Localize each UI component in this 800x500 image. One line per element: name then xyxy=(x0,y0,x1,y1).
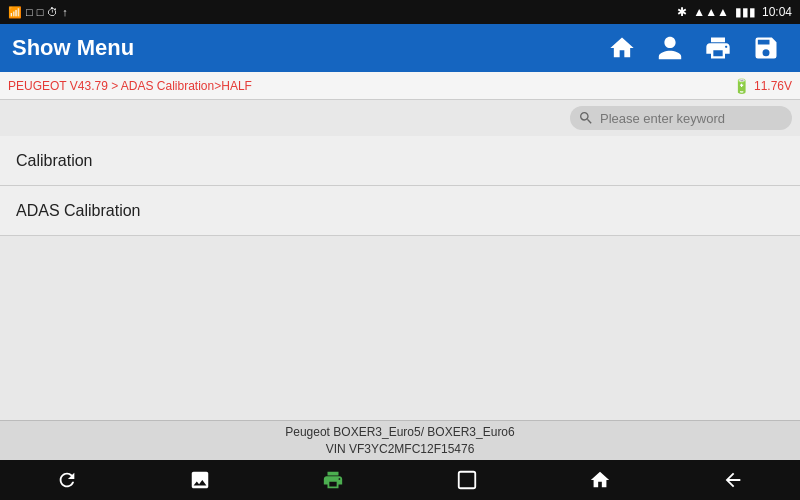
sim-icon: 📶 xyxy=(8,6,22,19)
toolbar: Show Menu xyxy=(0,24,800,72)
footer-info: Peugeot BOXER3_Euro5/ BOXER3_Euro6 VIN V… xyxy=(0,420,800,460)
bluetooth-status-icon: ✱ xyxy=(677,5,687,19)
print-button[interactable] xyxy=(696,28,740,68)
back-nav-button[interactable] xyxy=(710,465,756,495)
home-button[interactable] xyxy=(600,28,644,68)
nav-bar xyxy=(0,460,800,500)
wifi-icon: □ xyxy=(26,6,33,18)
home-icon xyxy=(608,34,636,62)
clock-icon: ⏱ xyxy=(47,6,58,18)
home-nav-icon xyxy=(589,469,611,491)
profile-button[interactable] xyxy=(648,28,692,68)
search-input-wrap[interactable] xyxy=(570,106,792,130)
gallery-nav-button[interactable] xyxy=(177,465,223,495)
upload-icon: ↑ xyxy=(62,6,68,18)
status-bar-left: 📶 □ □ ⏱ ↑ xyxy=(8,6,68,19)
image-icon xyxy=(189,469,211,491)
battery-voltage: 11.76V xyxy=(754,79,792,93)
breadcrumb: PEUGEOT V43.79 > ADAS Calibration>HALF xyxy=(8,79,252,93)
refresh-icon xyxy=(56,469,78,491)
home-nav-button[interactable] xyxy=(577,465,623,495)
search-input[interactable] xyxy=(600,111,780,126)
wifi-status-icon: ▲▲▲ xyxy=(693,5,729,19)
battery-info: 🔋 11.76V xyxy=(733,78,792,94)
print-icon xyxy=(704,34,732,62)
toolbar-icons xyxy=(600,28,788,68)
profile-icon xyxy=(656,34,684,62)
status-bar: 📶 □ □ ⏱ ↑ ✱ ▲▲▲ ▮▮▮ 10:04 xyxy=(0,0,800,24)
search-bar xyxy=(0,100,800,136)
content-area: Calibration ADAS Calibration xyxy=(0,136,800,420)
list-item[interactable]: Calibration xyxy=(0,136,800,186)
refresh-nav-button[interactable] xyxy=(44,465,90,495)
save-button[interactable] xyxy=(744,28,788,68)
battery-icon-small: 🔋 xyxy=(733,78,750,94)
battery-status-icon: ▮▮▮ xyxy=(735,5,756,19)
breadcrumb-bar: PEUGEOT V43.79 > ADAS Calibration>HALF 🔋… xyxy=(0,72,800,100)
vehicle-model: Peugeot BOXER3_Euro5/ BOXER3_Euro6 xyxy=(285,424,514,441)
time-display: 10:04 xyxy=(762,5,792,19)
list-item[interactable]: ADAS Calibration xyxy=(0,186,800,236)
search-icon xyxy=(578,110,594,126)
recent-apps-button[interactable] xyxy=(444,465,490,495)
list-item-label: Calibration xyxy=(16,152,92,170)
sd-icon: □ xyxy=(37,6,44,18)
svg-rect-0 xyxy=(458,472,475,489)
save-icon xyxy=(752,34,780,62)
back-icon xyxy=(722,469,744,491)
vehicle-vin: VIN VF3YC2MFC12F15476 xyxy=(326,441,475,458)
printer-icon xyxy=(322,469,344,491)
square-icon xyxy=(456,469,478,491)
status-bar-right: ✱ ▲▲▲ ▮▮▮ 10:04 xyxy=(677,5,792,19)
list-item-label: ADAS Calibration xyxy=(16,202,141,220)
toolbar-title: Show Menu xyxy=(12,35,592,61)
printer-nav-button[interactable] xyxy=(310,465,356,495)
